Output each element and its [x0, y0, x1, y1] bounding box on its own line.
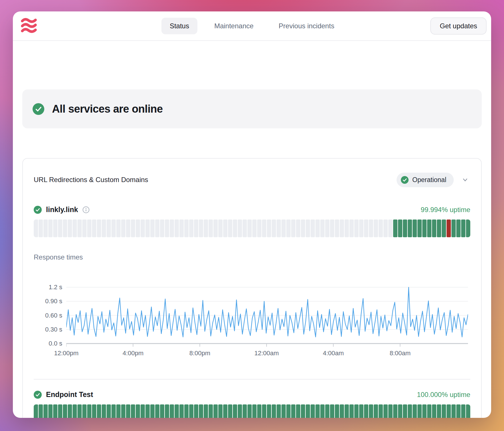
- service-group-title: URL Redirections & Custom Domains: [34, 176, 148, 184]
- uptime-bar-up: [442, 404, 446, 418]
- uptime-bar-empty: [286, 220, 291, 237]
- uptime-bar-empty: [315, 220, 320, 237]
- y-axis-label: 0.0 s: [49, 340, 62, 347]
- uptime-bar-up: [393, 220, 397, 237]
- uptime-bar-up: [107, 404, 111, 418]
- uptime-bar-empty: [189, 220, 193, 237]
- uptime-bar-up: [87, 404, 91, 418]
- uptime-bar-up: [213, 404, 218, 418]
- uptime-bar-up: [408, 220, 412, 237]
- uptime-bar-strip-linkly-link: [34, 220, 470, 237]
- uptime-bar-up: [437, 404, 441, 418]
- uptime-bar-up: [63, 404, 67, 418]
- expand-group-button[interactable]: [460, 175, 470, 185]
- uptime-bar-empty: [369, 220, 373, 237]
- uptime-bar-empty: [296, 220, 300, 237]
- uptime-bar-up: [315, 404, 320, 418]
- uptime-bar-empty: [277, 220, 281, 237]
- uptime-bar-up: [184, 404, 189, 418]
- uptime-bar-up: [388, 404, 393, 418]
- x-axis-label: 8:00pm: [189, 350, 210, 357]
- uptime-bar-empty: [63, 220, 67, 237]
- linkly-logo-icon[interactable]: [20, 18, 38, 34]
- uptime-bar-empty: [150, 220, 155, 237]
- x-axis-label: 4:00pm: [123, 350, 143, 357]
- uptime-bar-empty: [345, 220, 349, 237]
- uptime-bar-up: [272, 404, 276, 418]
- uptime-bar-empty: [82, 220, 87, 237]
- operational-status-badge[interactable]: Operational: [397, 173, 454, 187]
- uptime-bar-up: [437, 220, 441, 237]
- uptime-bar-empty: [165, 220, 169, 237]
- uptime-bar-empty: [87, 220, 91, 237]
- check-circle-icon: [401, 176, 409, 184]
- tab-maintenance[interactable]: Maintenance: [206, 18, 262, 34]
- uptime-bar-empty: [272, 220, 276, 237]
- uptime-bar-up: [102, 404, 106, 418]
- uptime-bar-up: [369, 404, 373, 418]
- uptime-bar-up: [194, 404, 198, 418]
- y-axis-label: 0.30 s: [45, 326, 62, 333]
- uptime-bar-empty: [170, 220, 174, 237]
- uptime-bar-up: [422, 220, 427, 237]
- uptime-bar-up: [141, 404, 145, 418]
- uptime-bar-empty: [204, 220, 208, 237]
- uptime-bar-empty: [213, 220, 218, 237]
- uptime-bar-empty: [281, 220, 286, 237]
- service-group-header: URL Redirections & Custom Domains Operat…: [34, 172, 470, 188]
- monitor-row-linkly-link: linkly.link 99.994% uptime: [34, 205, 470, 214]
- uptime-bar-up: [131, 404, 135, 418]
- uptime-bar-empty: [257, 220, 261, 237]
- uptime-bar-empty: [301, 220, 305, 237]
- uptime-bar-empty: [354, 220, 359, 237]
- uptime-bar-up: [48, 404, 53, 418]
- tab-status[interactable]: Status: [161, 18, 197, 34]
- header-tabs: Status Maintenance Previous incidents: [161, 18, 343, 34]
- uptime-bar-up: [286, 404, 291, 418]
- uptime-bar-up: [68, 404, 72, 418]
- uptime-bar-up: [160, 404, 164, 418]
- uptime-bar-up: [349, 404, 354, 418]
- uptime-bar-up: [291, 404, 295, 418]
- uptime-bar-up: [204, 404, 208, 418]
- uptime-bar-up: [320, 404, 325, 418]
- uptime-bar-up: [296, 404, 300, 418]
- uptime-percentage: 100.000% uptime: [417, 391, 470, 399]
- uptime-bar-up: [398, 404, 402, 418]
- uptime-bar-empty: [73, 220, 77, 237]
- uptime-bar-up: [335, 404, 339, 418]
- uptime-bar-empty: [107, 220, 111, 237]
- uptime-bar-empty: [48, 220, 53, 237]
- uptime-bar-up: [175, 404, 179, 418]
- uptime-bar-up: [354, 404, 359, 418]
- uptime-bar-empty: [335, 220, 339, 237]
- uptime-bar-empty: [388, 220, 393, 237]
- uptime-bar-up: [379, 404, 383, 418]
- uptime-bar-empty: [209, 220, 213, 237]
- uptime-bar-up: [330, 404, 334, 418]
- uptime-bar-up: [82, 404, 87, 418]
- uptime-bar-empty: [325, 220, 329, 237]
- uptime-bar-up: [247, 404, 252, 418]
- uptime-bar-empty: [233, 220, 237, 237]
- uptime-bar-empty: [349, 220, 354, 237]
- uptime-bar-empty: [383, 220, 388, 237]
- uptime-bar-up: [116, 404, 121, 418]
- uptime-bar-empty: [116, 220, 121, 237]
- uptime-bar-up: [199, 404, 203, 418]
- uptime-bar-up: [111, 404, 116, 418]
- uptime-bar-empty: [364, 220, 368, 237]
- uptime-bar-up: [413, 220, 417, 237]
- uptime-bar-empty: [160, 220, 164, 237]
- uptime-bar-up: [189, 404, 193, 418]
- uptime-bar-up: [145, 404, 150, 418]
- tab-previous-incidents[interactable]: Previous incidents: [270, 18, 343, 34]
- get-updates-button[interactable]: Get updates: [430, 17, 487, 35]
- uptime-bar-up: [209, 404, 213, 418]
- check-circle-icon: [33, 103, 44, 115]
- uptime-bar-up: [238, 404, 242, 418]
- uptime-bar-up: [92, 404, 96, 418]
- uptime-bar-up: [398, 220, 402, 237]
- uptime-bar-up: [267, 404, 271, 418]
- info-icon[interactable]: [82, 206, 90, 213]
